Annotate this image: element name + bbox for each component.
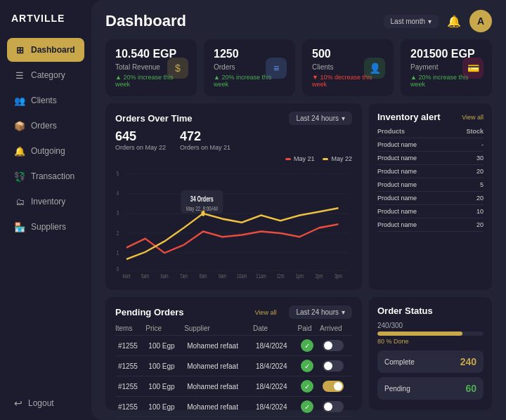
app-logo: ARTVILLE xyxy=(0,0,91,35)
order-status-panel: Order Status 240/300 80 % Done Complete … xyxy=(369,297,492,410)
svg-text:1: 1 xyxy=(117,249,119,256)
logout-icon: ↩ xyxy=(14,398,22,409)
chart-panel-header: Orders Over Time Last 24 hours ▾ xyxy=(115,112,352,125)
paid-check-icon: ✓ xyxy=(301,400,313,413)
chart-area: 5 4 3 2 1 0 xyxy=(115,165,352,282)
payment-icon: 💳 xyxy=(462,58,484,79)
orders-view-all-link[interactable]: View all xyxy=(255,309,277,316)
legend-may22: May 22 xyxy=(323,155,352,162)
inventory-row: Product name20 xyxy=(377,218,484,232)
svg-text:2: 2 xyxy=(117,229,119,236)
progress-labels: 240/300 xyxy=(377,322,484,329)
inventory-row: Product name- xyxy=(377,138,484,152)
arrived-toggle[interactable] xyxy=(323,360,344,372)
revenue-icon: $ xyxy=(167,58,188,79)
sidebar-item-dashboard[interactable]: ⊞Dashboard xyxy=(7,38,84,62)
svg-text:9am: 9am xyxy=(219,273,226,280)
progress-fill xyxy=(377,332,462,336)
bell-icon[interactable]: 🔔 xyxy=(447,15,461,28)
order-row: #1255 100 Egp Mohamed refaat 18/4/2024 ✓ xyxy=(115,356,352,376)
dashboard-icon: ⊞ xyxy=(14,44,25,55)
sidebar-item-inventory[interactable]: 🗂Inventory xyxy=(7,190,84,214)
progress-bar-container: 240/300 80 % Done xyxy=(377,322,484,345)
inv-col-stock: Stock xyxy=(451,128,484,138)
inventory-row: Product name20 xyxy=(377,165,484,178)
svg-text:5am: 5am xyxy=(141,273,149,280)
paid-check-icon: ✓ xyxy=(301,360,313,372)
paid-check-icon: ✓ xyxy=(301,380,313,393)
sidebar-item-label: Orders xyxy=(31,121,57,131)
orders-filter-button[interactable]: Last 24 hours ▾ xyxy=(289,306,352,319)
inventory-table: Products Stock Product name-Product name… xyxy=(377,128,484,232)
status-item-complete: Complete 240 xyxy=(377,350,484,373)
sidebar-item-category[interactable]: ☰Category xyxy=(7,63,84,87)
sidebar-item-clients[interactable]: 👥Clients xyxy=(7,88,84,112)
arrived-toggle[interactable] xyxy=(323,340,344,351)
svg-text:11am: 11am xyxy=(256,273,266,280)
svg-text:4: 4 xyxy=(117,190,119,197)
suppliers-icon: 🏪 xyxy=(14,221,25,232)
arrived-toggle[interactable] xyxy=(323,381,344,392)
sidebar: ARTVILLE ⊞Dashboard☰Category👥Clients📦Ord… xyxy=(0,0,91,420)
transaction-icon: 💱 xyxy=(14,171,25,182)
bottom-section: Pending Orders View all Last 24 hours ▾ … xyxy=(91,297,506,420)
chart-stats: 645 Orders on May 22 472 Orders on May 2… xyxy=(115,129,352,151)
inventory-alert-panel: Inventory alert View all Products Stock … xyxy=(369,103,492,290)
inv-col-products: Products xyxy=(377,128,451,138)
col-date: Date xyxy=(253,324,298,336)
sidebar-item-label: Suppliers xyxy=(31,222,66,232)
sidebar-item-label: Category xyxy=(31,70,65,80)
orders-icon: 📦 xyxy=(14,120,25,131)
sidebar-item-transaction[interactable]: 💱Transaction xyxy=(7,164,84,188)
stat-card-payment: 201500 EGP Payment ▲ 20% increase this w… xyxy=(401,39,492,96)
progress-track xyxy=(377,332,484,336)
svg-text:5: 5 xyxy=(117,170,119,177)
sidebar-item-label: Clients xyxy=(31,96,57,105)
complete-value: 240 xyxy=(460,356,476,367)
sidebar-item-label: Inventory xyxy=(31,197,65,206)
order-status-title: Order Status xyxy=(377,306,484,316)
clients-icon: 👤 xyxy=(364,58,385,79)
logout-label: Logout xyxy=(28,398,54,408)
inventory-view-all-link[interactable]: View all xyxy=(462,114,484,121)
sidebar-item-outgoing[interactable]: 🔔Outgoing xyxy=(7,139,84,163)
inventory-row: Product name5 xyxy=(377,178,484,192)
sidebar-nav: ⊞Dashboard☰Category👥Clients📦Orders🔔Outgo… xyxy=(0,35,91,386)
col-supplier: Supplier xyxy=(184,324,253,336)
chart-panel: Orders Over Time Last 24 hours ▾ 645 Ord… xyxy=(105,103,362,290)
logout-button[interactable]: ↩ Logout xyxy=(0,386,91,420)
col-paid: Paid xyxy=(298,324,320,336)
chart-legend: May 21 May 22 xyxy=(115,155,352,162)
inventory-icon: 🗂 xyxy=(14,196,25,207)
col-items: Items xyxy=(115,324,145,336)
svg-text:May 22, 8:00AM: May 22, 8:00AM xyxy=(186,205,218,212)
outgoing-icon: 🔔 xyxy=(14,145,25,157)
stat-cards: 10.540 EGP Total Revenue ▲ 20% increase … xyxy=(91,39,506,103)
middle-section: Orders Over Time Last 24 hours ▾ 645 Ord… xyxy=(91,103,506,297)
date-filter-button[interactable]: Last month ▾ xyxy=(384,15,439,28)
chart-stat-may22: 645 Orders on May 22 xyxy=(115,129,166,151)
complete-label: Complete xyxy=(384,358,415,366)
chart-filter-button[interactable]: Last 24 hours ▾ xyxy=(289,112,352,125)
pending-label: Pending xyxy=(384,385,410,393)
svg-text:12m: 12m xyxy=(276,273,284,280)
app-container: ARTVILLE ⊞Dashboard☰Category👥Clients📦Ord… xyxy=(0,0,506,420)
col-price: Price xyxy=(145,324,184,336)
chart-stat-may21: 472 Orders on May 21 xyxy=(180,129,231,151)
avatar[interactable]: A xyxy=(469,10,492,32)
chart-title: Orders Over Time xyxy=(115,113,193,124)
header-actions: Last month ▾ 🔔 A xyxy=(384,10,492,32)
order-row: #1255 100 Egp Mohamed refaat 18/4/2024 ✓ xyxy=(115,336,352,356)
svg-text:1pm: 1pm xyxy=(296,273,304,280)
svg-text:2pm: 2pm xyxy=(315,273,323,280)
paid-check-icon: ✓ xyxy=(301,339,313,352)
status-items: Complete 240 Pending 60 xyxy=(377,350,484,400)
sidebar-item-orders[interactable]: 📦Orders xyxy=(7,114,84,138)
page-header: Dashboard Last month ▾ 🔔 A xyxy=(91,0,506,39)
arrived-toggle[interactable] xyxy=(323,401,344,412)
legend-may21: May 21 xyxy=(285,155,315,162)
stat-card-revenue: 10.540 EGP Total Revenue ▲ 20% increase … xyxy=(105,39,197,96)
pending-value: 60 xyxy=(465,383,476,394)
order-row: #1255 100 Egp Mohamed refaat 18/4/2024 ✓ xyxy=(115,376,352,397)
sidebar-item-suppliers[interactable]: 🏪Suppliers xyxy=(7,215,84,239)
